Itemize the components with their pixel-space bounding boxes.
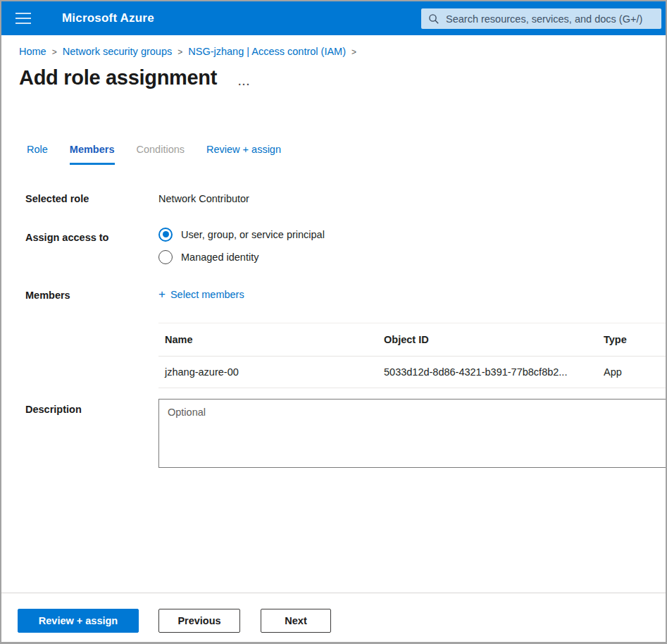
selected-role-value: Network Contributor [158, 193, 249, 204]
brand-title[interactable]: Microsoft Azure [62, 1, 154, 35]
cell-type: App [604, 366, 666, 378]
breadcrumb-nsg-access-control[interactable]: NSG-jzhang | Access control (IAM) [188, 46, 346, 57]
tab-members[interactable]: Members [70, 144, 115, 165]
previous-button[interactable]: Previous [158, 609, 240, 633]
assign-access-to-label: Assign access to [25, 232, 108, 243]
overflow-menu-icon[interactable]: ... [238, 76, 251, 87]
selected-role-label: Selected role [25, 193, 89, 204]
table-row: jzhang-azure-00 5033d12d-8d86-4321-b391-… [158, 357, 666, 388]
radio-selected-icon[interactable] [158, 228, 173, 242]
breadcrumb-separator: > [177, 47, 182, 57]
azure-portal-window: Microsoft Azure Home > Network security … [0, 0, 667, 644]
select-members-link-label: Select members [170, 289, 244, 300]
breadcrumb: Home > Network security groups > NSG-jzh… [19, 46, 356, 57]
select-members-link[interactable]: + Select members [158, 288, 244, 300]
plus-icon: + [158, 288, 166, 300]
search-icon [428, 13, 440, 25]
wizard-tabs: Role Members Conditions Review + assign [27, 144, 281, 165]
global-search-box[interactable] [421, 8, 661, 29]
top-bar: Microsoft Azure [1, 1, 666, 35]
tab-conditions: Conditions [137, 144, 185, 165]
column-header-object-id: Object ID [384, 334, 604, 345]
radio-label: User, group, or service principal [181, 229, 325, 240]
radio-label: Managed identity [181, 252, 258, 263]
footer-divider [1, 593, 666, 593]
tab-role[interactable]: Role [27, 144, 48, 165]
cell-name: jzhang-azure-00 [158, 366, 384, 378]
breadcrumb-separator: > [52, 47, 57, 57]
hamburger-menu-icon[interactable] [15, 13, 31, 24]
cell-object-id: 5033d12d-8d86-4321-b391-77b8cf8b2... [384, 366, 604, 378]
page-title: Add role assignment [19, 66, 217, 89]
breadcrumb-home[interactable]: Home [19, 46, 46, 57]
description-label: Description [25, 404, 82, 415]
radio-managed-identity[interactable]: Managed identity [158, 249, 325, 264]
page-title-row: Add role assignment ... [19, 66, 251, 89]
breadcrumb-network-security-groups[interactable]: Network security groups [63, 46, 173, 57]
tab-review-assign[interactable]: Review + assign [206, 144, 281, 165]
members-table: Name Object ID Type jzhang-azure-00 5033… [158, 323, 666, 388]
radio-unselected-icon[interactable] [158, 250, 173, 264]
assign-access-to-radio-group: User, group, or service principal Manage… [158, 227, 325, 264]
column-header-name: Name [158, 334, 384, 345]
column-header-type: Type [604, 334, 666, 345]
description-textarea[interactable] [158, 399, 667, 468]
table-header-row: Name Object ID Type [158, 323, 666, 357]
search-input[interactable] [446, 13, 654, 25]
next-button[interactable]: Next [261, 609, 331, 633]
breadcrumb-separator: > [351, 47, 356, 57]
members-label: Members [25, 290, 70, 301]
radio-user-group-service-principal[interactable]: User, group, or service principal [158, 227, 325, 242]
review-assign-button[interactable]: Review + assign [18, 609, 139, 633]
